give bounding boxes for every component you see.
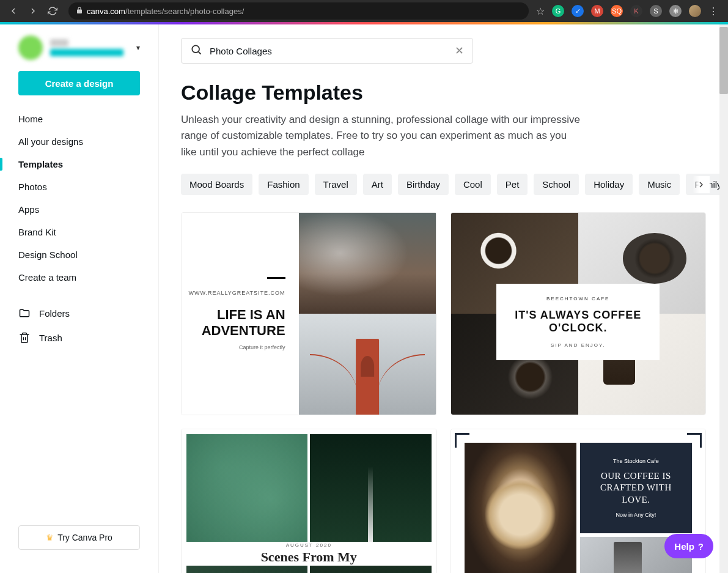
card2-title: IT'S ALWAYS COFFEE O'CLOCK. xyxy=(506,309,650,335)
tag-music[interactable]: Music xyxy=(639,174,680,195)
card3-photo-3 xyxy=(186,566,307,573)
sidebar-item-templates[interactable]: Templates xyxy=(0,153,158,176)
sidebar-item-photos[interactable]: Photos xyxy=(0,176,158,198)
card1-sub: Capture it perfectly xyxy=(239,344,285,350)
user-text xyxy=(50,39,129,56)
search-box[interactable]: ✕ xyxy=(181,38,473,64)
scroll-thumb[interactable] xyxy=(719,27,728,94)
sidebar-item-createteam[interactable]: Create a team xyxy=(0,266,158,289)
template-card-3[interactable]: AUGUST 2020 Scenes From My xyxy=(181,429,437,573)
card4-corner xyxy=(687,433,702,448)
card2-text-overlay: BEECHTOWN CAFE IT'S ALWAYS COFFEE O'CLOC… xyxy=(496,284,660,360)
card3-date: AUGUST 2020 xyxy=(186,542,432,548)
ext-icon-s[interactable]: S xyxy=(650,5,662,17)
card4-title: Our coffee is crafted with love. xyxy=(589,470,683,506)
pro-label: Try Canva Pro xyxy=(57,533,112,542)
card4-text-panel: The Stockton Cafe Our coffee is crafted … xyxy=(580,443,692,533)
profile-avatar[interactable] xyxy=(689,5,701,17)
tags-row: Mood Boards Fashion Travel Art Birthday … xyxy=(181,174,706,195)
card1-photo-waves xyxy=(299,213,436,314)
card4-photo-cup xyxy=(465,443,576,573)
folders-label: Folders xyxy=(39,308,70,319)
card4-sub: Now in Any City! xyxy=(616,512,656,518)
page-title: Collage Templates xyxy=(181,81,706,105)
create-design-button[interactable]: Create a design xyxy=(18,71,140,95)
address-bar[interactable]: canva.com/templates/search/photo-collage… xyxy=(68,2,529,20)
card1-site: WWW.REALLYGREATSITE.COM xyxy=(188,290,285,296)
ext-icon-check[interactable]: ✓ xyxy=(572,5,584,17)
svg-point-0 xyxy=(192,45,199,53)
ext-icon-sq[interactable]: SQ xyxy=(611,5,623,17)
svg-line-1 xyxy=(199,52,201,54)
forward-button[interactable] xyxy=(24,2,42,20)
tag-art[interactable]: Art xyxy=(363,174,392,195)
card1-photo-bridge xyxy=(299,314,436,415)
card2-sub: SIP AND ENJOY. xyxy=(506,342,650,348)
template-card-2[interactable]: BEECHTOWN CAFE IT'S ALWAYS COFFEE O'CLOC… xyxy=(450,212,707,415)
folder-icon xyxy=(18,307,31,319)
card1-text-panel: WWW.REALLYGREATSITE.COM LIFE IS AN ADVEN… xyxy=(182,213,299,415)
card3-title: Scenes From My xyxy=(186,549,432,565)
user-avatar xyxy=(18,35,43,60)
sidebar-item-home[interactable]: Home xyxy=(0,108,158,130)
page-description: Unleash your creativity and design a stu… xyxy=(181,112,584,160)
url-path: /templates/search/photo-collages/ xyxy=(125,7,244,16)
ext-icon-star[interactable]: ✻ xyxy=(669,5,682,17)
tags-scroll-right[interactable] xyxy=(693,176,710,193)
trash-icon xyxy=(18,331,31,344)
tag-holiday[interactable]: Holiday xyxy=(585,174,633,195)
ext-icon-g[interactable]: G xyxy=(552,5,564,17)
scrollbar[interactable] xyxy=(719,24,728,573)
search-input[interactable] xyxy=(210,46,447,56)
card3-photo-1 xyxy=(186,434,307,542)
sidebar-item-designs[interactable]: All your designs xyxy=(0,130,158,153)
browser-menu-icon[interactable]: ⋮ xyxy=(708,6,718,17)
tag-fashion[interactable]: Fashion xyxy=(259,174,308,195)
card3-photo-4 xyxy=(310,566,431,573)
sidebar-item-brandkit[interactable]: Brand Kit xyxy=(0,221,158,243)
url-domain: canva.com xyxy=(87,7,125,16)
card1-title: LIFE IS AN ADVENTURE xyxy=(195,307,285,338)
tag-school[interactable]: School xyxy=(534,174,579,195)
user-menu[interactable]: ▾ xyxy=(0,35,158,71)
tag-birthday[interactable]: Birthday xyxy=(398,174,449,195)
chevron-down-icon: ▾ xyxy=(136,43,140,52)
help-icon: ? xyxy=(698,541,704,552)
card2-brand: BEECHTOWN CAFE xyxy=(506,296,650,301)
try-pro-button[interactable]: ♛ Try Canva Pro xyxy=(18,525,140,550)
templates-grid: WWW.REALLYGREATSITE.COM LIFE IS AN ADVEN… xyxy=(181,212,706,573)
trash-label: Trash xyxy=(39,333,62,343)
back-button[interactable] xyxy=(5,2,22,20)
card3-text: AUGUST 2020 Scenes From My xyxy=(186,544,432,563)
ext-icon-m[interactable]: M xyxy=(591,5,603,17)
sidebar: ▾ Create a design Home All your designs … xyxy=(0,24,159,573)
clear-search-icon[interactable]: ✕ xyxy=(455,44,464,57)
extension-icons: G ✓ M SQ K S ✻ ⋮ xyxy=(547,5,723,17)
tag-pet[interactable]: Pet xyxy=(497,174,528,195)
browser-toolbar: canva.com/templates/search/photo-collage… xyxy=(0,0,728,22)
tag-travel[interactable]: Travel xyxy=(315,174,357,195)
help-label: Help xyxy=(674,541,694,552)
sidebar-item-designschool[interactable]: Design School xyxy=(0,243,158,266)
ext-icon-k[interactable]: K xyxy=(630,5,642,17)
sidebar-item-folders[interactable]: Folders xyxy=(0,301,158,325)
bookmark-star-icon[interactable]: ☆ xyxy=(536,6,545,17)
tag-moodboards[interactable]: Mood Boards xyxy=(181,174,252,195)
card3-photo-2 xyxy=(310,434,431,542)
search-icon xyxy=(190,43,202,58)
main-content: ✕ Collage Templates Unleash your creativ… xyxy=(159,24,728,573)
sidebar-item-apps[interactable]: Apps xyxy=(0,198,158,221)
lock-icon xyxy=(76,7,83,16)
template-card-1[interactable]: WWW.REALLYGREATSITE.COM LIFE IS AN ADVEN… xyxy=(181,212,437,415)
reload-button[interactable] xyxy=(44,2,61,20)
tag-cool[interactable]: Cool xyxy=(455,174,491,195)
crown-icon: ♛ xyxy=(46,533,54,542)
sidebar-item-trash[interactable]: Trash xyxy=(0,325,158,350)
help-button[interactable]: Help ? xyxy=(664,534,713,558)
card4-brand: The Stockton Cafe xyxy=(613,458,659,464)
